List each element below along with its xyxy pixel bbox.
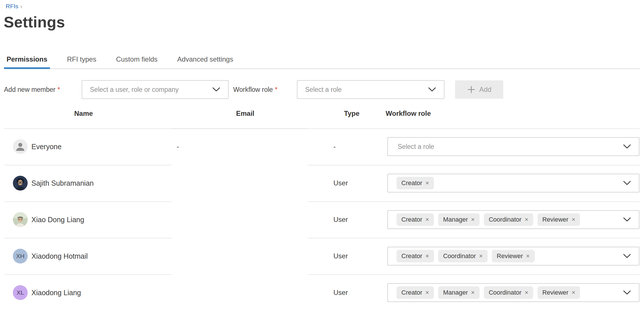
member-name: Xiaodong Liang — [31, 274, 81, 311]
role-chip-label: Manager — [443, 216, 468, 223]
remove-chip-icon[interactable]: × — [526, 252, 530, 260]
table-row: Sajith Subramanian User Creator× — [0, 165, 644, 201]
remove-chip-icon[interactable]: × — [479, 252, 483, 260]
member-type: User — [333, 201, 348, 238]
breadcrumb-separator-icon: › — [20, 3, 22, 9]
role-chip-label: Creator — [401, 179, 422, 187]
member-email: - — [177, 128, 179, 165]
avatar: XL — [13, 285, 28, 300]
row-divider — [308, 238, 640, 238]
tab-permissions[interactable]: Permissions — [4, 55, 50, 68]
tab-rfi-types[interactable]: RFI types — [65, 55, 99, 68]
remove-chip-icon[interactable]: × — [571, 289, 575, 296]
remove-chip-icon[interactable]: × — [571, 216, 575, 223]
everyone-person-icon — [13, 139, 28, 154]
chevron-down-icon — [428, 87, 436, 92]
member-type: User — [333, 238, 348, 274]
plus-icon — [467, 85, 476, 94]
member-name: Everyone — [31, 128, 62, 165]
tab-custom-fields[interactable]: Custom fields — [113, 55, 160, 68]
role-chip-list: Creator×Coordinator×Reviewer× — [388, 250, 535, 262]
tab-advanced-settings[interactable]: Advanced settings — [175, 55, 236, 68]
row-divider — [308, 128, 640, 129]
role-chip: Creator× — [397, 250, 434, 262]
member-select[interactable]: Select a user, role or company — [82, 80, 229, 99]
role-chip-label: Creator — [401, 289, 422, 296]
member-type: - — [333, 128, 336, 165]
table-row: XH Xiaodong Hotmail User Creator×Coordin… — [0, 238, 644, 274]
row-workflow-role-select[interactable]: Creator× — [387, 174, 639, 193]
row-divider — [5, 274, 172, 275]
row-workflow-role-select[interactable]: Creator×Manager×Coordinator×Reviewer× — [387, 283, 639, 302]
add-member-form: Add new member* Select a user, role or c… — [0, 80, 644, 99]
role-select-placeholder: Select a role — [388, 143, 434, 151]
role-chip-list: Creator×Manager×Coordinator×Reviewer× — [388, 286, 580, 299]
role-chip-label: Coordinator — [443, 252, 476, 260]
row-workflow-role-select[interactable]: Creator×Coordinator×Reviewer× — [387, 247, 639, 266]
row-divider — [5, 238, 172, 238]
user-photo-avatar — [13, 176, 28, 191]
user-photo-avatar — [13, 212, 28, 227]
remove-chip-icon[interactable]: × — [425, 252, 429, 260]
role-chip-label: Reviewer — [542, 216, 569, 223]
role-chip-label: Coordinator — [489, 289, 522, 296]
role-chip: Creator× — [397, 286, 434, 299]
row-divider — [308, 165, 640, 165]
avatar: XH — [13, 249, 28, 264]
row-divider — [5, 128, 172, 129]
breadcrumb-link-rfis[interactable]: RFIs — [6, 3, 18, 9]
member-name: Sajith Subramanian — [31, 165, 94, 201]
column-header-workflow-role: Workflow role — [386, 110, 431, 117]
page-title: Settings — [4, 13, 65, 31]
role-chip-label: Manager — [443, 289, 468, 296]
role-chip-label: Creator — [401, 252, 422, 260]
remove-chip-icon[interactable]: × — [425, 179, 429, 187]
role-chip: Manager× — [438, 213, 480, 226]
required-asterisk: * — [275, 86, 277, 93]
member-type: User — [333, 165, 348, 201]
remove-chip-icon[interactable]: × — [471, 216, 475, 223]
remove-chip-icon[interactable]: × — [425, 289, 429, 296]
role-chip: Reviewer× — [492, 250, 535, 262]
role-chip-label: Reviewer — [542, 289, 569, 296]
row-divider — [5, 165, 172, 165]
role-chip-label: Creator — [401, 216, 422, 223]
role-chip: Coordinator× — [484, 286, 533, 299]
column-header-type: Type — [344, 110, 359, 117]
table-row: Everyone - - Select a role — [0, 128, 644, 165]
table-header: Name Email Type Workflow role — [0, 110, 644, 118]
remove-chip-icon[interactable]: × — [471, 289, 475, 296]
table-row: Xiao Dong Liang User Creator×Manager×Coo… — [0, 201, 644, 238]
tab-bar: Permissions RFI types Custom fields Adva… — [4, 55, 640, 69]
role-chip: Reviewer× — [538, 213, 580, 226]
column-header-email: Email — [236, 110, 254, 117]
chevron-down-icon — [623, 144, 631, 149]
breadcrumb: RFIs› — [6, 3, 22, 10]
role-chip-list: Creator×Manager×Coordinator×Reviewer× — [388, 213, 580, 226]
workflow-role-select[interactable]: Select a role — [297, 80, 444, 99]
role-chip-label: Reviewer — [497, 252, 523, 260]
member-select-placeholder: Select a user, role or company — [90, 86, 179, 94]
member-type: User — [333, 274, 348, 311]
chevron-down-icon — [623, 290, 631, 295]
row-divider — [308, 274, 640, 275]
remove-chip-icon[interactable]: × — [525, 216, 528, 223]
role-chip: Coordinator× — [484, 213, 533, 226]
row-workflow-role-select[interactable]: Select a role — [387, 137, 639, 156]
member-name: Xiaodong Hotmail — [31, 238, 88, 274]
role-chip: Coordinator× — [438, 250, 488, 262]
chevron-down-icon — [212, 87, 220, 92]
add-button[interactable]: Add — [455, 80, 503, 99]
row-workflow-role-select[interactable]: Creator×Manager×Coordinator×Reviewer× — [387, 210, 639, 229]
member-name: Xiao Dong Liang — [31, 201, 84, 238]
table-row: XL Xiaodong Liang User Creator×Manager×C… — [0, 274, 644, 311]
remove-chip-icon[interactable]: × — [525, 289, 528, 296]
chevron-down-icon — [623, 181, 631, 185]
remove-chip-icon[interactable]: × — [425, 216, 429, 223]
role-chip: Manager× — [438, 286, 480, 299]
settings-page: RFIs› Settings Permissions RFI types Cus… — [0, 0, 644, 312]
role-chip: Creator× — [397, 177, 434, 189]
column-header-name: Name — [74, 110, 93, 117]
required-asterisk: * — [57, 86, 60, 93]
chevron-down-icon — [623, 217, 631, 222]
